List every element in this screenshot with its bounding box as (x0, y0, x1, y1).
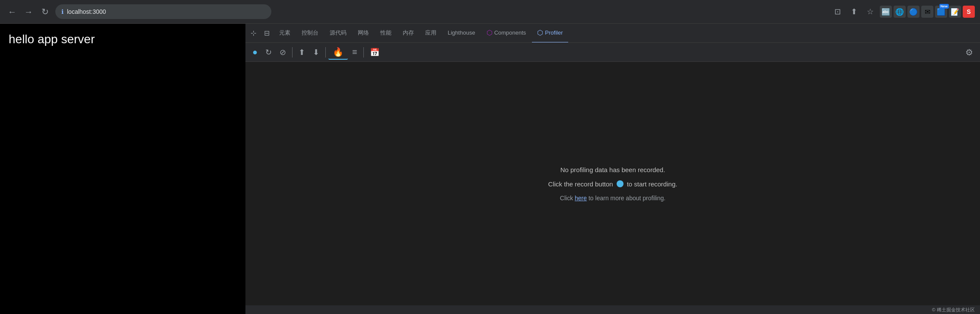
browser-actions: ⊡ ⬆ ☆ 🔤 🌐 🔵 ✉ 🟦 New 📝 S (830, 5, 975, 19)
tab-performance[interactable]: 性能 (375, 24, 397, 43)
status-text: © 稀土掘金技术社区 (932, 307, 975, 313)
tab-application[interactable]: 应用 (420, 24, 442, 43)
inspector-icon-button[interactable]: ⊹ (247, 26, 260, 41)
ext-icon-note[interactable]: 📝 (949, 6, 961, 18)
ext-icon-globe[interactable]: 🌐 (894, 6, 906, 18)
reload-profiler-button[interactable]: ↻ (262, 45, 275, 60)
back-button[interactable]: ← (5, 5, 19, 19)
device-toggle-button[interactable]: ⊟ (261, 26, 273, 41)
forward-button[interactable]: → (22, 5, 35, 19)
tab-lighthouse[interactable]: Lighthouse (442, 24, 480, 43)
settings-button[interactable]: ⚙ (962, 45, 977, 59)
record-dot-icon (617, 180, 624, 187)
ext-icon-circle[interactable]: 🔵 (907, 6, 920, 18)
tab-sources[interactable]: 源代码 (325, 24, 352, 43)
url-text: localhost:3000 (67, 8, 106, 15)
page-content: hello app server (0, 24, 245, 314)
devtools-nav: ⊹ ⊟ 元素 控制台 源代码 网络 性能 内存 应用 (245, 24, 980, 43)
learn-more-suffix: to learn more about profiling. (589, 195, 665, 202)
info-icon: ℹ (61, 8, 64, 15)
record-hint: Click the record button to start recordi… (548, 180, 678, 188)
no-data-text: No profiling data has been recorded. (560, 166, 665, 173)
tab-network[interactable]: 网络 (353, 24, 374, 43)
record-hint-prefix: Click the record button (548, 180, 613, 188)
page-title: hello app server (9, 32, 237, 46)
learn-more: Click here to learn more about profiling… (560, 195, 665, 202)
bookmark-button[interactable]: ☆ (863, 5, 877, 19)
ranked-button[interactable]: ≡ (349, 45, 361, 60)
flamegraph-button[interactable]: 🔥 (328, 45, 348, 60)
tab-console[interactable]: 控制台 (296, 24, 324, 43)
ext-icon-new[interactable]: 🟦 New (935, 6, 947, 18)
new-badge: New (939, 4, 949, 9)
reload-button[interactable]: ↻ (38, 5, 52, 19)
record-button[interactable]: ● (249, 45, 261, 60)
tab-components[interactable]: ⬡ Components (481, 24, 531, 43)
tab-memory[interactable]: 内存 (398, 24, 419, 43)
download-button[interactable]: ⬇ (309, 45, 323, 60)
ext-icon-mail[interactable]: ✉ (921, 6, 933, 18)
upload-button[interactable]: ⬆ (295, 45, 309, 60)
record-hint-suffix: to start recording. (627, 180, 678, 188)
share-button[interactable]: ⬆ (847, 5, 861, 19)
ext-icon-translate[interactable]: 🔤 (880, 6, 892, 18)
main-area: hello app server ⊹ ⊟ 元素 控制台 源代码 网络 性能 (0, 24, 980, 314)
timeline-button[interactable]: 📅 (366, 45, 383, 60)
profiler-content: No profiling data has been recorded. Cli… (245, 62, 980, 305)
browser-chrome: ← → ↻ ℹ localhost:3000 ⊡ ⬆ ☆ 🔤 🌐 🔵 ✉ 🟦 N… (0, 0, 980, 24)
learn-more-prefix: Click (560, 195, 573, 202)
extension-icons: 🔤 🌐 🔵 ✉ 🟦 New 📝 S (880, 6, 975, 18)
toolbar-divider-2 (325, 47, 326, 58)
toolbar-divider-3 (363, 47, 364, 58)
tab-profiler[interactable]: ⬡ Profiler (532, 24, 568, 43)
tab-elements[interactable]: 元素 (274, 24, 296, 43)
ext-icon-s[interactable]: S (963, 6, 975, 18)
devtools-panel: ⊹ ⊟ 元素 控制台 源代码 网络 性能 内存 应用 (245, 24, 980, 314)
status-bar: © 稀土掘金技术社区 (245, 305, 980, 314)
profiler-toolbar: ● ↻ ⊘ ⬆ ⬇ 🔥 ≡ 📅 ⚙ (245, 43, 980, 62)
translate-button[interactable]: ⊡ (830, 5, 844, 19)
clear-button[interactable]: ⊘ (276, 45, 290, 60)
toolbar-divider-1 (292, 47, 293, 58)
address-bar[interactable]: ℹ localhost:3000 (55, 4, 271, 19)
nav-buttons: ← → ↻ (5, 5, 52, 19)
learn-more-link[interactable]: here (575, 195, 587, 202)
